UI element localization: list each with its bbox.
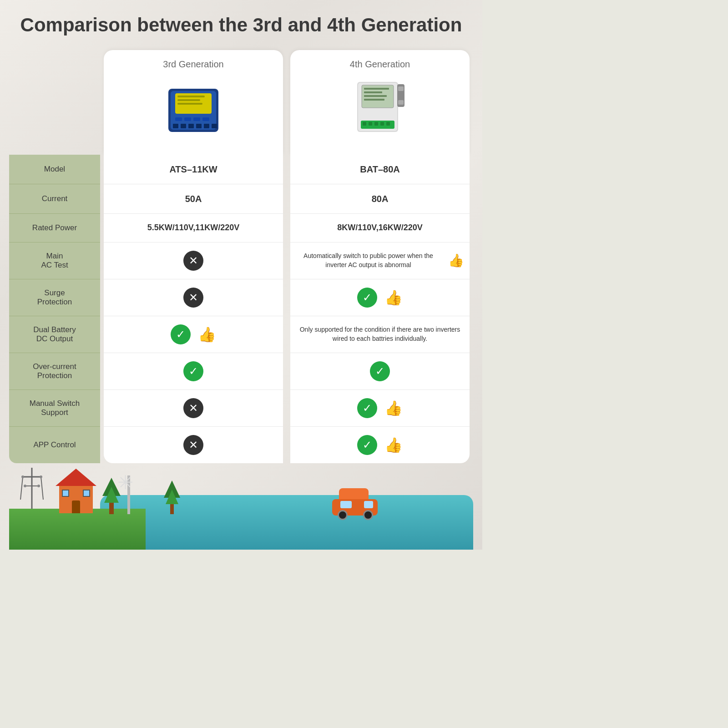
gen3-product-image xyxy=(157,75,230,148)
car-wheel-back xyxy=(338,510,348,520)
gen4-header: 4th Generation xyxy=(290,50,470,155)
gen4-surge-protection: ✓ 👍 xyxy=(290,279,470,316)
gen3-label: 3rd Generation xyxy=(163,59,223,70)
svg-rect-27 xyxy=(363,122,366,126)
svg-rect-5 xyxy=(177,103,202,105)
house-door xyxy=(72,500,80,513)
svg-rect-10 xyxy=(173,124,178,128)
svg-rect-11 xyxy=(181,124,186,128)
gen3-manual-switch: ✕ xyxy=(104,390,283,427)
label-surge-protection: SurgeProtection xyxy=(9,279,100,316)
gen4-over-current: ✓ xyxy=(290,353,470,390)
svg-line-36 xyxy=(41,477,43,500)
svg-rect-22 xyxy=(364,99,384,101)
car-top xyxy=(339,488,369,499)
cross-icon-manual-3rd: ✕ xyxy=(183,398,203,418)
svg-line-35 xyxy=(20,477,23,500)
thumb-up-app-4th: 👍 xyxy=(384,436,403,454)
svg-rect-3 xyxy=(177,96,205,97)
svg-rect-21 xyxy=(364,95,387,97)
svg-point-39 xyxy=(24,485,26,487)
svg-rect-14 xyxy=(204,124,209,128)
check-icon-manual-4th: ✓ xyxy=(357,398,377,418)
gen3-dual-battery: ✓ 👍 xyxy=(104,316,283,353)
svg-point-40 xyxy=(37,485,40,487)
thumb-up-manual-4th: 👍 xyxy=(384,399,403,417)
gen3-main-ac-test: ✕ xyxy=(104,243,283,279)
gen3-surge-protection: ✕ xyxy=(104,279,283,316)
cross-icon-app-3rd: ✕ xyxy=(183,435,203,455)
thumb-up-dual-3rd: 👍 xyxy=(198,326,216,343)
gen3-model: ATS–11KW xyxy=(104,155,283,184)
house-window-right xyxy=(83,490,90,497)
thumb-up-surge-4th: 👍 xyxy=(384,289,403,306)
label-over-current: Over-currentProtection xyxy=(9,353,100,390)
gen4-label: 4th Generation xyxy=(350,59,410,70)
wind-turbine: ✳ xyxy=(127,475,130,514)
label-model: Model xyxy=(9,155,100,184)
gen4-dual-battery: Only supported for the condition if ther… xyxy=(290,316,470,353)
svg-rect-9 xyxy=(202,117,209,121)
gen4-rated-power: 8KW/110V,16KW/220V xyxy=(290,214,470,242)
page-title: Comparison between the 3rd and 4th Gener… xyxy=(9,14,473,36)
bottom-scene: ✳ xyxy=(9,468,473,550)
check-icon-overcurrent-3rd: ✓ xyxy=(183,361,203,381)
house-body xyxy=(59,486,93,513)
gen3-current: 50A xyxy=(104,184,283,214)
cross-icon-main-ac-3rd: ✕ xyxy=(183,251,203,271)
label-current: Current xyxy=(9,184,100,214)
svg-rect-13 xyxy=(196,124,202,128)
svg-point-37 xyxy=(21,475,24,478)
svg-rect-7 xyxy=(184,117,191,121)
gen4-main-ac-test: Automatically switch to public power whe… xyxy=(290,243,470,279)
grass-area xyxy=(9,509,146,550)
water-area xyxy=(100,495,473,550)
check-icon-app-4th: ✓ xyxy=(357,435,377,455)
svg-rect-25 xyxy=(398,100,404,105)
svg-rect-6 xyxy=(175,117,182,121)
gen4-product-image xyxy=(344,75,416,148)
gen4-app-control: ✓ 👍 xyxy=(290,427,470,463)
label-dual-battery: Dual BatteryDC Output xyxy=(9,316,100,353)
check-icon-dual-3rd: ✓ xyxy=(171,324,191,344)
svg-rect-20 xyxy=(364,91,382,93)
gen3-over-current: ✓ xyxy=(104,353,283,390)
svg-rect-4 xyxy=(177,99,200,101)
gen3-rated-power: 5.5KW/110V,11KW/220V xyxy=(104,214,283,242)
svg-rect-15 xyxy=(212,124,217,128)
power-tower-icon xyxy=(18,468,46,513)
gen4-manual-switch: ✓ 👍 xyxy=(290,390,470,427)
house-window-left xyxy=(62,490,69,497)
house-roof xyxy=(56,469,96,486)
car xyxy=(332,488,378,516)
gen3-app-control: ✕ xyxy=(104,427,283,463)
house xyxy=(59,469,96,513)
tree-right xyxy=(164,480,180,514)
svg-rect-12 xyxy=(188,124,194,128)
label-main-ac-test: MainAC Test xyxy=(9,243,100,279)
gen3-header: 3rd Generation xyxy=(104,50,283,155)
svg-rect-30 xyxy=(380,122,384,126)
check-icon-overcurrent-4th: ✓ xyxy=(370,361,390,381)
car-wheel-front xyxy=(363,510,373,520)
check-icon-surge-4th: ✓ xyxy=(357,288,377,308)
svg-rect-28 xyxy=(369,122,372,126)
label-manual-switch: Manual SwitchSupport xyxy=(9,390,100,427)
svg-rect-31 xyxy=(386,122,390,126)
label-app-control: APP Control xyxy=(9,427,100,463)
cross-icon-surge-3rd: ✕ xyxy=(183,288,203,308)
svg-rect-24 xyxy=(398,86,404,91)
svg-rect-29 xyxy=(374,122,378,126)
svg-rect-8 xyxy=(193,117,200,121)
thumb-up-main-ac-4th: 👍 xyxy=(448,253,464,268)
header-spacer xyxy=(9,50,100,155)
label-rated-power: Rated Power xyxy=(9,214,100,242)
gen4-model: BAT–80A xyxy=(290,155,470,184)
gen4-current: 80A xyxy=(290,184,470,214)
svg-rect-19 xyxy=(364,88,389,90)
svg-point-38 xyxy=(40,475,42,478)
